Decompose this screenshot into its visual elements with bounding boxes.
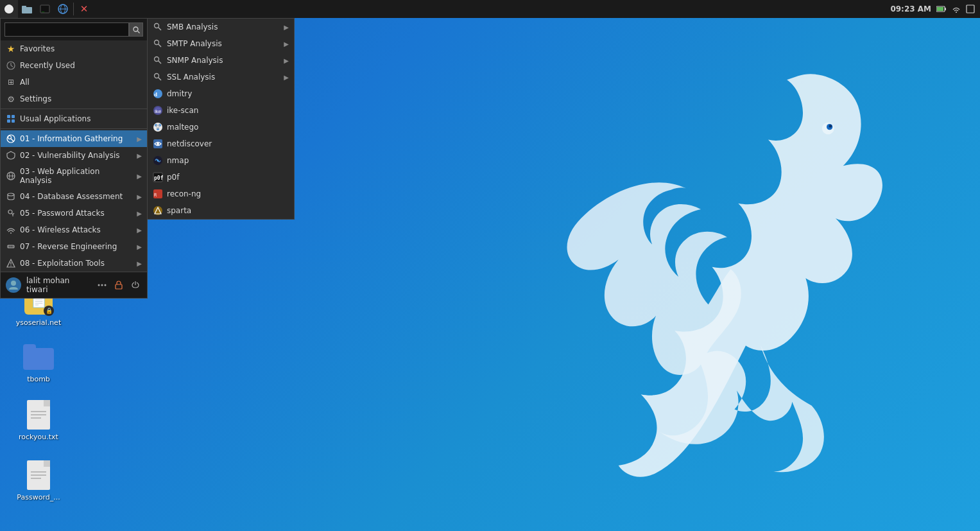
svg-point-67 xyxy=(157,143,159,145)
submenu-maltego-label: maltego xyxy=(167,123,198,132)
kali-menu-button[interactable] xyxy=(0,0,18,18)
maltego-icon xyxy=(153,122,163,132)
submenu-ssl-analysis[interactable]: SSL Analysis ▶ xyxy=(148,69,294,85)
submenu-maltego[interactable]: maltego xyxy=(148,119,294,135)
submenu-ssl-arrow: ▶ xyxy=(284,74,289,81)
submenu-snmp-analysis[interactable]: SNMP Analysis ▶ xyxy=(148,52,294,69)
search-bar xyxy=(1,19,147,40)
browser-taskbar-icon[interactable] xyxy=(54,0,72,18)
svg-rect-44 xyxy=(116,284,122,289)
desktop: _ ✕ 09:23 AM xyxy=(0,0,980,531)
svg-point-69 xyxy=(157,160,159,162)
menu-item-usual-apps[interactable]: Usual Applications xyxy=(1,110,147,127)
recently-used-icon xyxy=(6,60,16,71)
menu-divider-2 xyxy=(1,128,147,129)
submenu-dmitry-label: dmitry xyxy=(167,89,192,98)
svg-point-52 xyxy=(155,74,159,78)
recon-ng-icon: R xyxy=(153,189,163,199)
menu-item-06-label: 06 - Wireless Attacks xyxy=(20,225,101,234)
submenu-smtp-arrow: ▶ xyxy=(284,40,289,48)
desktop-icon-password[interactable]: Password_... xyxy=(13,457,64,504)
menu-item-01-info[interactable]: 01 - Information Gathering ▶ xyxy=(1,130,147,147)
terminal-taskbar-icon[interactable]: _ xyxy=(36,0,54,18)
menu-item-04-db[interactable]: 04 - Database Assessment ▶ xyxy=(1,188,147,205)
menu-item-03-label: 03 - Web Application Analysis xyxy=(20,167,133,185)
tbomb-folder-icon xyxy=(23,342,54,372)
wifi-icon xyxy=(952,4,961,13)
submenu-ike-scan[interactable]: ike ike-scan xyxy=(148,102,294,119)
maximize-icon xyxy=(966,4,975,13)
submenu-ssl-label: SSL Analysis xyxy=(167,73,215,82)
svg-rect-11 xyxy=(945,8,946,10)
menu-item-03-web[interactable]: 03 - Web Application Analysis ▶ xyxy=(1,164,147,188)
netdiscover-icon xyxy=(153,139,163,149)
arrow-08: ▶ xyxy=(137,260,142,267)
menu-item-settings[interactable]: ⚙ Settings xyxy=(1,91,147,107)
close-taskbar-icon[interactable]: ✕ xyxy=(75,0,93,18)
ssl-icon xyxy=(153,72,163,82)
submenu-smb-analysis[interactable]: SMB Analysis ▶ xyxy=(148,19,294,35)
arrow-05: ▶ xyxy=(137,210,142,217)
files-taskbar-icon[interactable] xyxy=(18,0,36,18)
menu-item-favorites[interactable]: ★ Favorites xyxy=(1,40,147,57)
menu-item-settings-label: Settings xyxy=(20,94,51,103)
battery-icon xyxy=(936,5,947,13)
arrow-01: ▶ xyxy=(137,135,142,143)
wireless-icon xyxy=(6,225,16,235)
svg-rect-20 xyxy=(7,115,10,118)
all-icon: ⊞ xyxy=(6,77,16,87)
arrow-04: ▶ xyxy=(137,193,142,200)
svg-rect-23 xyxy=(12,119,15,123)
menu-item-02-vuln[interactable]: 02 - Vulnerability Analysis ▶ xyxy=(1,147,147,164)
taskbar-right: 09:23 AM xyxy=(890,4,980,13)
submenu-info-gathering: SMB Analysis ▶ SMTP Analysis ▶ SNMP Anal… xyxy=(147,18,295,220)
menu-item-recently-used[interactable]: Recently Used xyxy=(1,57,147,74)
db-icon xyxy=(6,191,16,202)
svg-rect-79 xyxy=(44,400,50,406)
taskbar: _ ✕ 09:23 AM xyxy=(0,0,980,18)
settings-icon: ⚙ xyxy=(6,94,16,104)
menu-item-05-pass[interactable]: 05 - Password Attacks ▶ xyxy=(1,205,147,222)
svg-point-41 xyxy=(98,284,100,286)
svg-line-16 xyxy=(137,31,139,33)
menu-divider-1 xyxy=(1,109,147,109)
submenu-nmap[interactable]: nmap xyxy=(148,152,294,169)
arrow-07: ▶ xyxy=(137,243,142,250)
svg-point-43 xyxy=(105,284,107,286)
user-bar: lalit mohan tiwari xyxy=(1,272,147,298)
submenu-smtp-analysis[interactable]: SMTP Analysis ▶ xyxy=(148,35,294,52)
user-lock-button[interactable] xyxy=(112,279,125,292)
submenu-ike-label: ike-scan xyxy=(167,106,198,115)
menu-item-01-label: 01 - Information Gathering xyxy=(20,134,123,143)
user-dots-button[interactable] xyxy=(96,279,108,292)
svg-line-51 xyxy=(159,61,162,64)
menu-item-07-reverse[interactable]: 07 - Reverse Engineering ▶ xyxy=(1,238,147,255)
menu-item-06-wireless[interactable]: 06 - Wireless Attacks ▶ xyxy=(1,222,147,238)
user-power-button[interactable] xyxy=(129,279,142,292)
svg-rect-4 xyxy=(22,6,26,8)
menu-item-all[interactable]: ⊞ All xyxy=(1,74,147,91)
svg-line-47 xyxy=(159,28,162,31)
submenu-nmap-label: nmap xyxy=(167,156,189,165)
nmap-icon xyxy=(153,155,163,166)
submenu-dmitry[interactable]: d dmitry xyxy=(148,85,294,102)
svg-text:p0f: p0f xyxy=(154,175,163,181)
submenu-netdiscover[interactable]: netdiscover xyxy=(148,135,294,152)
menu-item-08-exploit[interactable]: 08 - Exploitation Tools ▶ xyxy=(1,255,147,272)
submenu-p0f[interactable]: p0f p0f xyxy=(148,169,294,186)
submenu-sparta[interactable]: sparta xyxy=(148,202,294,219)
svg-point-25 xyxy=(8,136,12,139)
menu-item-favorites-label: Favorites xyxy=(20,44,55,53)
menu-item-08-label: 08 - Exploitation Tools xyxy=(20,259,105,268)
svg-point-15 xyxy=(133,27,138,31)
menu-item-all-label: All xyxy=(20,78,30,87)
ysoserial-label: ysoserial.net xyxy=(16,318,61,327)
smtp-icon xyxy=(153,39,163,49)
desktop-icon-tbomb[interactable]: tbomb xyxy=(13,339,64,386)
submenu-recon-ng[interactable]: R recon-ng xyxy=(148,186,294,202)
desktop-icon-rockyou[interactable]: rockyou.txt xyxy=(13,397,64,444)
search-input[interactable] xyxy=(4,22,129,37)
svg-point-30 xyxy=(8,193,14,196)
search-button[interactable] xyxy=(129,22,143,37)
menu-item-02-label: 02 - Vulnerability Analysis xyxy=(20,151,120,160)
